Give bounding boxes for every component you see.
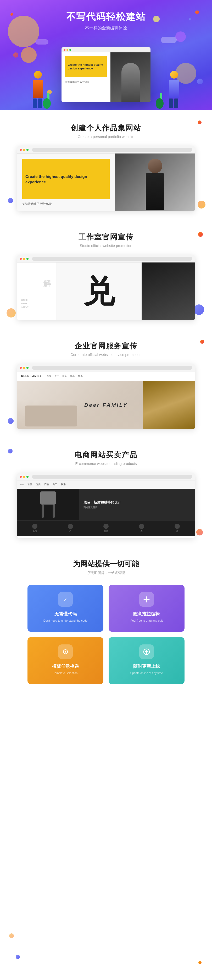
feature-card-update: 随时更新上线 Update online at any time [109,637,185,684]
feature-nocode-title-zh: 无需懂代码 [54,611,77,617]
template-icon [62,648,69,655]
corporate-browser: DEER FAMILY 首页 关于 服务 作品 联系 Deer FAM [17,364,195,429]
section2-title-zh: 工作室官网宣传 [79,232,133,242]
deco-dot-feat-2 [189,18,191,21]
dot-green-3 [27,367,28,369]
ecom-bottom-nav-product[interactable]: 品 [174,523,180,533]
section3-title-zh: 企业官网服务宣传 [74,341,138,351]
features-title-zh: 为网站提供一切可能 [73,559,139,569]
ecom-bottom-nav-brand[interactable]: 品品 [103,523,109,533]
upload-icon [143,648,150,655]
corp-body: Deer FAMILY [17,381,195,429]
corp-nav-2: 关于 [54,374,59,378]
ecom-bottom-nav-corp[interactable]: 企 [139,523,144,533]
figure-left-body [33,80,43,98]
deco-dot-blue-left [8,198,13,203]
studio-left-char: 解 [21,274,52,295]
corp-portrait-img [142,381,195,429]
portfolio-person [141,159,169,211]
portfolio-left-panel: Create the highest quality design experi… [17,154,115,211]
corp-header: DEER FAMILY 首页 关于 服务 作品 联系 [17,371,195,381]
dot-green [70,49,71,51]
ecom-bottom-nav-door[interactable]: 门 [68,523,73,533]
feature-drag-title-en: Feel free to drag and edit [131,619,163,623]
corp-nav-1: 首页 [47,374,51,378]
deco-dot-studio-blue-right [194,304,204,315]
hero-screen-bar [62,47,150,52]
dot-yellow-4 [23,476,25,478]
deco-dot-orange [198,121,201,124]
ecom-door-label: 门 [70,530,71,533]
feature-update-title-zh: 随时更新上线 [133,663,160,669]
deco-dot-orange-right [198,200,206,208]
dot-yellow-2 [23,258,25,260]
hero-portfolio-subtitle: 创造最优质的 设计体验 [65,79,107,84]
ecom-product-label: 品 [176,530,178,533]
ecom-bottom-nav-home[interactable]: 首页 [32,523,38,533]
features-section: 为网站提供一切可能 所见即所得，一站式管理 无需懂代码 Don't need t… [0,546,212,700]
section-portfolio: 创建个人作品集网站 Create a personal portfolio we… [0,110,212,219]
ecom-home-icon [32,523,38,529]
portfolio-content: Create the highest quality design experi… [17,154,195,211]
figure-left-head [34,71,42,79]
hero-illustration: Create the highest quality design experi… [30,32,182,110]
chair-leg-r [52,504,55,518]
ecom-content: ∞∞ 首页 分类 产品 关于 联系 [17,480,195,538]
portfolio-right-panel [115,154,195,211]
url-bar-2 [32,257,192,261]
feature-update-title-en: Update online at any time [130,671,163,675]
section3-title-en: Corporate official website service promo… [70,353,141,357]
ecom-door-icon [68,523,73,529]
ecom-product-title: 黑色，新鲜和独特的设计 [84,500,191,505]
studio-nav-items: HOME WORK ABOUT [21,299,52,309]
deco-dot-feat-3 [11,13,13,16]
deco-dot-studio-right [198,232,203,237]
ecom-product-icon [174,523,180,529]
ecom-product-sub: 高端家具品牌 [84,506,191,509]
section-ecommerce: 电商网站买卖产品 E-commerce website trading prod… [0,437,212,546]
ecom-bottom-nav: 首页 门 品品 企 品 [17,520,195,536]
features-title-en: 所见即所得，一站式管理 [87,571,125,575]
section1-title-en: Create a personal portfolio website [78,135,134,139]
feature-nocode-title-en: Don't need to understand the code [43,619,87,623]
leg-r [38,99,42,108]
ecom-brand-icon [103,523,109,529]
ecom-nav-cat: 分类 [36,483,41,486]
deco-dot-ecom-right [196,529,203,535]
studio-right-img [142,262,195,320]
hero-blob-small-top-right [153,16,160,22]
corp-nav: 首页 关于 服务 作品 联系 [47,374,83,378]
hero-screen-content: Create the highest quality design experi… [62,52,150,102]
chair-leg-l [42,504,44,518]
figure-right-head [170,71,178,79]
studio-left-col: 解 HOME WORK ABOUT [17,262,56,320]
portfolio-main-text: Create the highest quality design experi… [25,174,106,185]
studio-browser-bar [17,255,195,262]
studio-center-col: 兑 [56,262,142,320]
leg-rl [169,99,173,108]
corp-nav-4: 作品 [70,374,75,378]
hero-subtitle: 不一样的全新编辑体验 [85,25,127,31]
ecommerce-browser: ∞∞ 首页 分类 产品 关于 联系 [17,473,195,538]
cloud-right [161,37,177,43]
section2-title-en: Studio official website promotion [80,243,133,248]
hero-yellow-block: Create the highest quality design experi… [65,56,107,77]
ecom-hero-area: 黑色，新鲜和独特的设计 高端家具品牌 [17,489,195,520]
studio-content: 解 HOME WORK ABOUT 兑 [17,262,195,320]
dot-green-1 [27,149,28,151]
dot-yellow [66,49,68,51]
deco-dot-studio-left [6,308,16,318]
leg-rr [174,99,178,108]
person-head [148,159,162,173]
hero-portfolio-title: Create the highest quality design experi… [68,63,104,70]
ecom-top-nav: ∞∞ 首页 分类 产品 关于 联系 [17,480,195,489]
url-bar-3 [32,366,192,370]
dot-yellow-3 [23,367,25,369]
svg-point-6 [65,651,66,652]
hero-section: 不写代码轻松建站 不一样的全新编辑体验 Create the highest q… [0,0,212,110]
studio-browser: 解 HOME WORK ABOUT 兑 [17,255,195,320]
hero-title: 不写代码轻松建站 [66,11,146,23]
corp-logo: DEER FAMILY [21,375,41,377]
feature-icon-update [139,644,154,659]
leg-l [33,99,37,108]
